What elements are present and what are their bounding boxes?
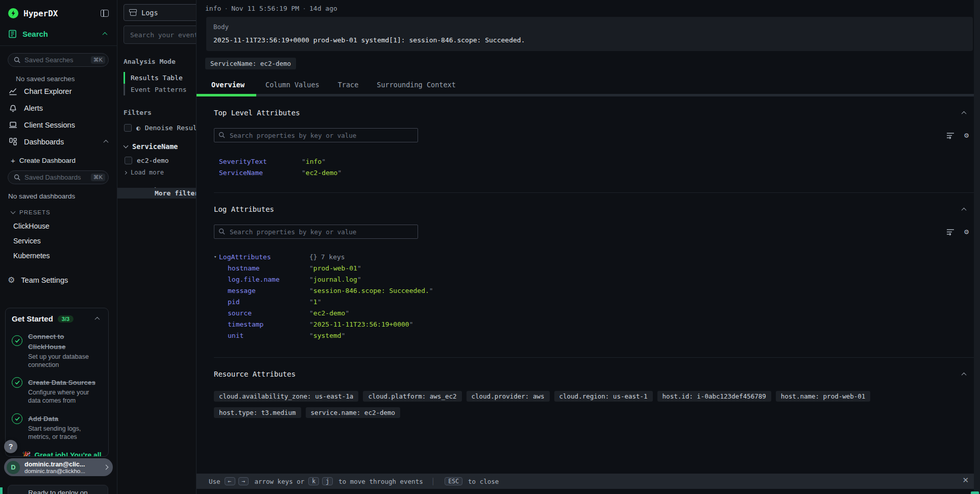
collapse-section-icon[interactable] bbox=[962, 111, 967, 116]
section-resource-attributes: Resource Attributes cloud.availability_z… bbox=[214, 358, 980, 433]
shortcut-badge: ⌘K bbox=[91, 56, 105, 64]
sidebar-item-label: Alerts bbox=[24, 104, 117, 112]
help-button[interactable]: ? bbox=[4, 440, 17, 453]
collapse-section-icon[interactable] bbox=[962, 372, 967, 377]
gear-icon[interactable]: ⚙ bbox=[964, 132, 969, 139]
resource-chip[interactable]: service.name: ec2-demo bbox=[306, 407, 401, 418]
check-circle-icon bbox=[12, 335, 22, 346]
user-menu[interactable]: D dominic.tran@clic... dominic.tran@clic… bbox=[4, 458, 113, 476]
property-search-input[interactable] bbox=[214, 225, 418, 239]
collapse-sidebar-icon[interactable] bbox=[101, 10, 109, 17]
scrollbar[interactable] bbox=[974, 0, 980, 494]
get-started-item[interactable]: Add Data Start sending logs, metrics, or… bbox=[12, 413, 102, 441]
attribute-row[interactable]: sourceec2-demo bbox=[214, 307, 980, 318]
key-j: j bbox=[322, 477, 333, 485]
sidebar-item-search[interactable]: Search bbox=[8, 30, 109, 38]
tab-surrounding-context[interactable]: Surrounding Context bbox=[368, 76, 464, 94]
chevron-up-icon bbox=[103, 32, 108, 37]
chevron-up-icon bbox=[104, 140, 109, 145]
source-label: Logs bbox=[141, 9, 158, 17]
attribute-row[interactable]: messagesession-846.scope: Succeeded. bbox=[214, 285, 980, 296]
sidebar-item-alerts[interactable]: Alerts bbox=[0, 100, 117, 116]
resource-chip[interactable]: cloud.platform: aws_ec2 bbox=[363, 391, 461, 402]
close-icon[interactable]: ✕ bbox=[962, 476, 969, 485]
key-arrow-right: → bbox=[238, 477, 249, 485]
attribute-row[interactable]: pid1 bbox=[214, 296, 980, 307]
sidebar-item-client-sessions[interactable]: Client Sessions bbox=[0, 116, 117, 133]
load-more-label: Load more bbox=[131, 169, 164, 176]
check-circle-icon bbox=[12, 377, 22, 388]
sidebar-item-dashboards[interactable]: Dashboards bbox=[0, 133, 117, 150]
checkbox[interactable] bbox=[125, 157, 132, 164]
avatar: D bbox=[7, 461, 20, 474]
sidebar-item-label: Search bbox=[22, 30, 97, 38]
attribute-key: pid bbox=[228, 298, 309, 306]
search-icon bbox=[218, 228, 225, 235]
event-detail-panel: info·Nov 11 5:56:19 PM·14d ago Body 2025… bbox=[196, 0, 980, 494]
wrap-lines-icon[interactable] bbox=[946, 228, 955, 236]
attribute-row[interactable]: SeverityText info bbox=[214, 156, 980, 167]
attribute-row[interactable]: ServiceName ec2-demo bbox=[214, 167, 980, 178]
get-started-card: Get Started 3/3 Connect to ClickHouse Se… bbox=[5, 308, 109, 457]
app-root: HyperDX Search Saved Searches ⌘K No save… bbox=[0, 0, 980, 494]
preset-kubernetes[interactable]: Kubernetes bbox=[13, 252, 117, 260]
wrap-lines-icon[interactable] bbox=[946, 132, 955, 139]
attribute-row[interactable]: timestamp2025-11-11T23:56:19+0000 bbox=[214, 318, 980, 330]
task-subtitle: Start sending logs, metrics, or traces bbox=[28, 425, 102, 441]
attribute-value: 2025-11-11T23:56:19+0000 bbox=[309, 320, 413, 328]
attribute-tree-root[interactable]: ▾ LogAttributes {}7 keys bbox=[214, 251, 980, 262]
attribute-key: SeverityText bbox=[219, 158, 302, 165]
checkbox[interactable] bbox=[124, 124, 132, 132]
attribute-key: ServiceName bbox=[219, 169, 302, 177]
check-circle-icon bbox=[12, 413, 22, 424]
grid-icon bbox=[9, 137, 17, 146]
get-started-item[interactable]: Connect to ClickHouse Set up your databa… bbox=[12, 331, 102, 369]
resource-chip[interactable]: cloud.availability_zone: us-east-1a bbox=[214, 391, 358, 402]
footer-close-text: to close bbox=[468, 478, 499, 485]
attribute-key: unit bbox=[228, 332, 309, 339]
team-settings-label: Team Settings bbox=[21, 276, 68, 284]
attribute-row[interactable]: log.file.namejournal.log bbox=[214, 274, 980, 285]
preset-clickhouse[interactable]: ClickHouse bbox=[13, 222, 117, 230]
saved-searches-input[interactable]: Saved Searches ⌘K bbox=[8, 53, 109, 67]
resource-chip[interactable]: cloud.provider: aws bbox=[467, 391, 550, 402]
presets-toggle[interactable]: PRESETS bbox=[11, 209, 117, 215]
search-nav-icon bbox=[8, 30, 17, 38]
resource-chip[interactable]: cloud.region: us-east-1 bbox=[554, 391, 653, 402]
service-name-chip[interactable]: ServiceName: ec2-demo bbox=[205, 58, 296, 69]
attribute-row[interactable]: unitsystemd bbox=[214, 330, 980, 341]
sidebar-item-chart-explorer[interactable]: Chart Explorer bbox=[0, 83, 117, 100]
property-search-input[interactable] bbox=[214, 128, 418, 142]
divider bbox=[0, 45, 117, 46]
create-dashboard-button[interactable]: + Create Dashboard bbox=[11, 157, 117, 164]
task-subtitle: Set up your database connection bbox=[28, 353, 102, 369]
accent-sliver bbox=[971, 491, 979, 494]
footer-move-text: to move through events bbox=[338, 478, 423, 485]
plus-icon: + bbox=[11, 157, 15, 164]
tab-overview[interactable]: Overview bbox=[197, 76, 256, 94]
key-arrow-left: ← bbox=[225, 477, 235, 485]
chevron-right-icon bbox=[104, 465, 109, 470]
tab-trace[interactable]: Trace bbox=[329, 76, 368, 94]
preset-services[interactable]: Services bbox=[13, 237, 117, 245]
attribute-row[interactable]: hostnameprod-web-01 bbox=[214, 262, 980, 274]
saved-dashboards-input[interactable]: Saved Dashboards ⌘K bbox=[8, 170, 109, 184]
deploy-banner[interactable]: Ready to deploy on bbox=[8, 485, 108, 494]
detail-footer: Use ← → arrow keys or k j to move throug… bbox=[197, 474, 980, 489]
event-body-card: Body 2025-11-11T23:56:19+0000 prod-web-0… bbox=[206, 17, 973, 51]
sidebar-item-team-settings[interactable]: ⚙ Team Settings bbox=[8, 276, 117, 284]
get-started-item[interactable]: Create Data Sources Configure where your… bbox=[12, 377, 102, 405]
detail-tabs: Overview Column Values Trace Surrounding… bbox=[197, 76, 980, 96]
denoise-icon: ◐ bbox=[136, 125, 140, 131]
resource-chip[interactable]: host.name: prod-web-01 bbox=[776, 391, 871, 402]
tab-column-values[interactable]: Column Values bbox=[256, 76, 329, 94]
gear-icon[interactable]: ⚙ bbox=[964, 228, 969, 236]
no-saved-searches-text: No saved searches bbox=[16, 75, 117, 83]
resource-chip[interactable]: host.id: i-0abc123def456789 bbox=[657, 391, 771, 402]
no-saved-dashboards-text: No saved dashboards bbox=[8, 192, 117, 200]
resource-chip[interactable]: host.type: t3.medium bbox=[214, 407, 301, 418]
chevron-up-icon[interactable] bbox=[95, 317, 100, 322]
filter-option-label: ec2-demo bbox=[137, 157, 169, 164]
collapse-section-icon[interactable] bbox=[962, 207, 967, 212]
progress-badge: 3/3 bbox=[58, 315, 74, 323]
